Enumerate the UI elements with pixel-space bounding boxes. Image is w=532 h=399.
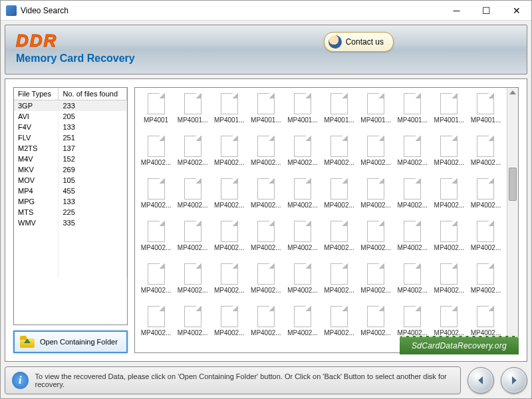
- file-label: MP4002...: [249, 244, 283, 251]
- file-item[interactable]: MP4002...: [211, 178, 247, 219]
- file-item[interactable]: MP4002...: [211, 136, 247, 177]
- file-item[interactable]: MP4002...: [394, 263, 431, 305]
- file-item[interactable]: MP4002...: [284, 178, 321, 219]
- table-row[interactable]: WMV335: [14, 217, 127, 228]
- file-label: MP4002...: [469, 159, 502, 166]
- table-row[interactable]: MP4455: [14, 186, 127, 196]
- file-item[interactable]: MP4001...: [321, 93, 357, 134]
- file-item[interactable]: MP4002...: [174, 306, 211, 347]
- file-item[interactable]: MP4001...: [431, 93, 467, 134]
- file-item[interactable]: MP4002...: [247, 306, 284, 347]
- file-item[interactable]: MP4002...: [394, 136, 431, 177]
- file-item[interactable]: MP4002...: [138, 263, 174, 305]
- file-label: MP4002...: [359, 287, 392, 294]
- file-item[interactable]: MP4002...: [138, 306, 174, 347]
- file-item[interactable]: MP4002...: [247, 263, 284, 305]
- cell-type: FLV: [14, 132, 59, 143]
- table-row[interactable]: MOV105: [14, 175, 127, 186]
- file-item[interactable]: MP4002...: [174, 263, 211, 305]
- file-item[interactable]: MP4002...: [247, 136, 284, 177]
- scroll-thumb[interactable]: [509, 168, 517, 201]
- col-file-types[interactable]: File Types: [14, 88, 59, 100]
- file-item[interactable]: MP4001...: [174, 93, 211, 134]
- file-item[interactable]: MP4002...: [174, 136, 211, 177]
- file-label: MP4002...: [140, 201, 173, 209]
- file-item[interactable]: MP4002...: [321, 136, 357, 177]
- table-row[interactable]: 3GP233: [14, 100, 127, 112]
- brand-ribbon[interactable]: SdCardDataRecovery.org: [400, 336, 519, 354]
- table-row[interactable]: F4V133: [14, 122, 127, 132]
- file-item[interactable]: MP4001...: [467, 93, 504, 134]
- file-item[interactable]: MP4002...: [174, 178, 211, 219]
- file-item[interactable]: MP4002...: [247, 178, 284, 219]
- table-row[interactable]: MPG133: [14, 196, 127, 207]
- close-button[interactable]: ✕: [501, 1, 531, 21]
- file-label: MP4002...: [323, 329, 356, 336]
- file-item[interactable]: MP4001...: [358, 93, 394, 134]
- file-item[interactable]: MP4002...: [284, 306, 321, 347]
- file-item[interactable]: MP4002...: [138, 221, 174, 262]
- file-item[interactable]: MP4002...: [358, 306, 394, 347]
- file-item[interactable]: MP4002...: [138, 136, 174, 177]
- back-button[interactable]: [467, 367, 494, 394]
- file-item[interactable]: MP4002...: [211, 221, 247, 262]
- file-label: MP4001...: [213, 116, 246, 124]
- minimize-button[interactable]: ─: [442, 1, 471, 21]
- file-item[interactable]: MP4001...: [284, 93, 321, 134]
- file-item[interactable]: MP4001...: [247, 93, 284, 134]
- file-item[interactable]: MP4001...: [394, 93, 431, 134]
- file-item[interactable]: MP4002...: [431, 178, 467, 219]
- file-item[interactable]: MP4002...: [211, 263, 247, 305]
- file-label: MP4002...: [286, 329, 319, 336]
- scrollbar[interactable]: [507, 88, 518, 352]
- file-item[interactable]: MP4002...: [394, 221, 431, 262]
- file-item[interactable]: MP4002...: [467, 136, 504, 177]
- file-label: MP4002...: [359, 159, 392, 166]
- file-item[interactable]: MP4002...: [431, 136, 467, 177]
- file-item[interactable]: MP4002...: [321, 221, 357, 262]
- file-item[interactable]: MP4002...: [358, 178, 394, 219]
- contact-us-button[interactable]: Contact us: [324, 32, 394, 52]
- file-item[interactable]: MP4002...: [431, 221, 467, 262]
- titlebar[interactable]: Video Search ─ ☐ ✕: [1, 1, 531, 21]
- table-row[interactable]: MKV269: [14, 164, 127, 175]
- file-item[interactable]: MP4002...: [467, 178, 504, 219]
- file-icon: [331, 221, 348, 242]
- maximize-button[interactable]: ☐: [471, 1, 501, 21]
- file-item[interactable]: MP4002...: [174, 221, 211, 262]
- table-row[interactable]: MTS225: [14, 207, 127, 217]
- file-grid[interactable]: MP4001MP4001...MP4001...MP4001...MP4001.…: [135, 88, 507, 352]
- table-row[interactable]: AVI205: [14, 111, 127, 122]
- file-item[interactable]: MP4002...: [284, 221, 321, 262]
- col-count[interactable]: No. of files found: [59, 88, 127, 100]
- forward-button[interactable]: [501, 367, 527, 394]
- file-item[interactable]: MP4002...: [247, 221, 284, 262]
- file-item[interactable]: MP4002...: [467, 221, 504, 262]
- file-item[interactable]: MP4002...: [467, 263, 504, 305]
- forward-arrow-icon: [508, 374, 520, 386]
- file-item[interactable]: MP4001: [138, 93, 174, 134]
- table-row[interactable]: M2TS137: [14, 143, 127, 154]
- file-item[interactable]: MP4002...: [138, 178, 174, 219]
- file-item[interactable]: MP4002...: [321, 306, 357, 347]
- file-types-table[interactable]: File Types No. of files found 3GP233AVI2…: [13, 87, 128, 325]
- file-label: MP4001...: [432, 116, 466, 124]
- file-item[interactable]: MP4002...: [358, 136, 394, 177]
- file-label: MP4002...: [213, 244, 246, 251]
- file-item[interactable]: MP4002...: [284, 263, 321, 305]
- file-item[interactable]: MP4002...: [358, 263, 394, 305]
- file-item[interactable]: MP4002...: [211, 306, 247, 347]
- file-item[interactable]: MP4002...: [431, 263, 467, 305]
- file-label: MP4002...: [323, 244, 356, 251]
- file-item[interactable]: MP4002...: [321, 263, 357, 305]
- file-item[interactable]: MP4002...: [284, 136, 321, 177]
- file-icon: [440, 221, 458, 242]
- file-item[interactable]: MP4001...: [211, 93, 247, 134]
- file-item[interactable]: MP4002...: [358, 221, 394, 262]
- file-icon: [404, 93, 421, 114]
- file-item[interactable]: MP4002...: [321, 178, 357, 219]
- table-row[interactable]: M4V152: [14, 154, 127, 164]
- open-containing-folder-button[interactable]: Open Containing Folder: [13, 331, 128, 353]
- file-item[interactable]: MP4002...: [394, 178, 431, 219]
- table-row[interactable]: FLV251: [14, 132, 127, 143]
